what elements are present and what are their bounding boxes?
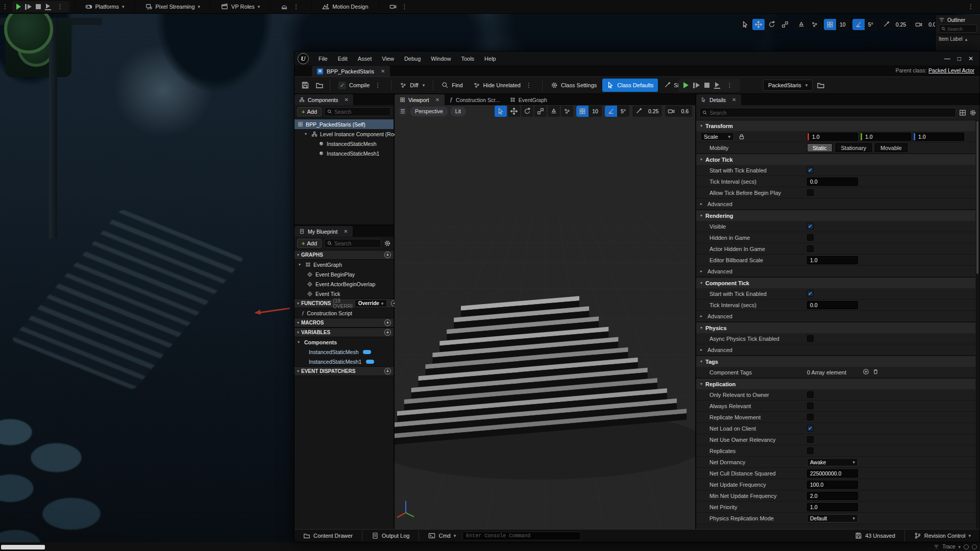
class-settings-button[interactable]: Class Settings	[546, 79, 601, 92]
grid-snap-icon[interactable]	[824, 19, 836, 30]
scale-snap-control[interactable]: 0.25	[880, 19, 910, 30]
details-scrollbar[interactable]	[976, 120, 979, 529]
menu-item-view[interactable]: View	[377, 54, 399, 64]
component-row-instancedstaticmesh[interactable]: InstancedStaticMesh	[295, 139, 394, 148]
bp-camera-speed-control[interactable]: 0.6	[665, 106, 692, 117]
bp-grid-snap-control[interactable]: 10	[576, 106, 602, 117]
event-dispatchers-section-header-add-icon[interactable]: +	[384, 368, 391, 374]
menu-item-help[interactable]: Help	[480, 54, 501, 64]
field-editor-billboard-scale[interactable]: 1.0	[807, 256, 858, 264]
menu-item-asset[interactable]: Asset	[353, 54, 377, 64]
viewport-tab-close-icon[interactable]: ✕	[435, 97, 439, 103]
bp-world-local-icon[interactable]	[561, 106, 573, 117]
tab-close-icon[interactable]: ✕	[381, 68, 385, 74]
cmd-dropdown[interactable]: Cmd▾	[424, 531, 460, 541]
component-row-level-instance-component-root[interactable]: ▾Level Instance Component (Root)	[295, 129, 394, 139]
stage-monitor-options-icon[interactable]: ⋮	[291, 3, 301, 10]
save-button[interactable]	[299, 79, 312, 92]
asset-tab[interactable]: ⌘ BPP_PackedStaris ✕	[312, 66, 390, 77]
rotation-snap-icon[interactable]	[852, 19, 865, 30]
browse-button[interactable]	[313, 79, 326, 92]
details-search-input[interactable]	[709, 110, 953, 116]
vp-roles-menu[interactable]: VP Roles▾	[216, 1, 265, 12]
close-button[interactable]: ✕	[968, 55, 973, 62]
outliner-search-input[interactable]	[947, 26, 968, 32]
macros-section-header-add-icon[interactable]: +	[384, 319, 391, 326]
mobility-movable[interactable]: Movable	[875, 143, 908, 152]
graphs-section-header-add-icon[interactable]: +	[384, 252, 391, 258]
details-section-rendering[interactable]: ▾Rendering	[696, 210, 975, 221]
mobility-static[interactable]: Static	[807, 143, 832, 152]
class-defaults-button[interactable]: Class Defaults	[602, 79, 658, 92]
details-settings-icon[interactable]	[969, 109, 976, 116]
outliner-search[interactable]	[939, 24, 977, 33]
graph-row-event-actorbeginoverlap[interactable]: Event ActorBeginOverlap	[295, 279, 394, 289]
component-row-instancedstaticmesh1[interactable]: InstancedStaticMesh1	[295, 148, 394, 158]
components-search-input[interactable]	[334, 109, 388, 115]
bp-stop-button[interactable]	[704, 83, 709, 88]
my-blueprint-tab[interactable]: My Blueprint ✕	[295, 226, 353, 237]
rotation-snap-control[interactable]: 5°	[852, 19, 877, 30]
details-tab-close-icon[interactable]: ✕	[732, 97, 736, 103]
stage-monitor-button[interactable]: ⋮	[276, 1, 306, 12]
details-tab[interactable]: Details ✕	[696, 94, 741, 105]
world-local-icon[interactable]	[808, 19, 821, 30]
details-section-transform[interactable]: ▾ Transform	[696, 120, 975, 131]
field-min-net-update-frequency[interactable]: 2.0	[807, 492, 858, 500]
bp-play-options-icon[interactable]: ⋮	[725, 82, 735, 89]
event-dispatchers-section-header[interactable]: ▾EVENT DISPATCHERS+	[295, 366, 394, 376]
scale-x-field[interactable]: 1.0	[807, 133, 858, 141]
topbar-right-overflow-icon[interactable]: ⋮	[966, 3, 976, 10]
graphs-section-header[interactable]: ▾GRAPHS+	[295, 250, 394, 260]
my-blueprint-tab-close-icon[interactable]: ✕	[344, 229, 348, 234]
scale-snap-icon[interactable]	[880, 19, 892, 30]
array-clear-icon[interactable]	[872, 368, 879, 376]
details-row-advanced[interactable]: ▸Advanced	[696, 311, 975, 322]
menu-item-window[interactable]: Window	[426, 54, 455, 64]
bp-rotate-tool-icon[interactable]	[521, 106, 533, 117]
tab-viewport[interactable]: Viewport ✕	[395, 94, 445, 105]
checkbox-start-with-tick-enabled[interactable]: ✔	[807, 167, 814, 173]
scale-dropdown[interactable]: Scale▾	[700, 132, 734, 141]
checkbox-start-with-tick-enabled[interactable]: ✔	[807, 290, 814, 297]
variables-section-header[interactable]: ▾VARIABLES+	[295, 328, 394, 337]
bp-select-tool-icon[interactable]	[495, 106, 507, 117]
my-blueprint-add-button[interactable]: +Add	[297, 239, 322, 248]
horizontal-scrollbar[interactable]	[1, 545, 45, 549]
insights-icon[interactable]	[972, 544, 977, 549]
details-display-icon[interactable]	[959, 109, 966, 116]
trace-button[interactable]: Trace	[942, 544, 955, 549]
bp-eject-button[interactable]	[714, 82, 720, 89]
scale-y-field[interactable]: 1.0	[860, 133, 911, 141]
details-row-advanced[interactable]: ▸Advanced	[696, 198, 975, 210]
bp-scale-snap-control[interactable]: 0.25	[632, 106, 662, 117]
hide-unrelated-button[interactable]: Hide Unrelated ⋮	[469, 79, 538, 92]
menu-item-edit[interactable]: Edit	[333, 54, 352, 64]
functions-section-header[interactable]: ▾FUNCTIONS (19 OVERRIOverride▾+	[295, 298, 394, 308]
field-tick-interval-secs[interactable]: 0.0	[807, 178, 858, 186]
eject-button[interactable]	[45, 4, 51, 10]
tab-eventgraph[interactable]: EventGraph	[505, 94, 552, 105]
details-row-advanced[interactable]: ▸Advanced	[696, 266, 975, 277]
checkbox-actor-hidden-in-game[interactable]	[807, 245, 814, 252]
viewport-3d-view[interactable]	[395, 117, 695, 529]
dropdown-net-dormancy[interactable]: Awake▾	[807, 458, 858, 466]
field-net-priority[interactable]: 1.0	[807, 503, 858, 511]
components-search[interactable]	[324, 107, 391, 116]
find-button[interactable]: Find	[437, 79, 467, 92]
perspective-dropdown[interactable]: Perspective	[410, 107, 448, 116]
content-drawer-button[interactable]: Content Drawer	[299, 531, 357, 541]
play-button[interactable]	[16, 4, 21, 10]
components-tab-close-icon[interactable]: ✕	[345, 97, 349, 103]
unsaved-button[interactable]: 43 Unsaved	[850, 531, 900, 541]
trace-status-icon[interactable]	[964, 544, 969, 549]
field-tick-interval-secs[interactable]: 0.0	[807, 301, 858, 309]
graph-row-eventgraph[interactable]: ▾EventGraph	[295, 260, 394, 269]
details-row-advanced[interactable]: ▸Advanced	[696, 344, 975, 356]
component-row-bpp-packedstaris-self[interactable]: BPP_PackedStaris (Self)	[295, 119, 394, 129]
move-tool-icon[interactable]	[752, 19, 765, 30]
bp-move-tool-icon[interactable]	[508, 106, 520, 117]
field-net-update-frequency[interactable]: 100.0	[807, 481, 858, 489]
function-row-construction-script[interactable]: ƒConstruction Script	[295, 308, 394, 318]
bp-surface-snap-icon[interactable]	[548, 106, 560, 117]
